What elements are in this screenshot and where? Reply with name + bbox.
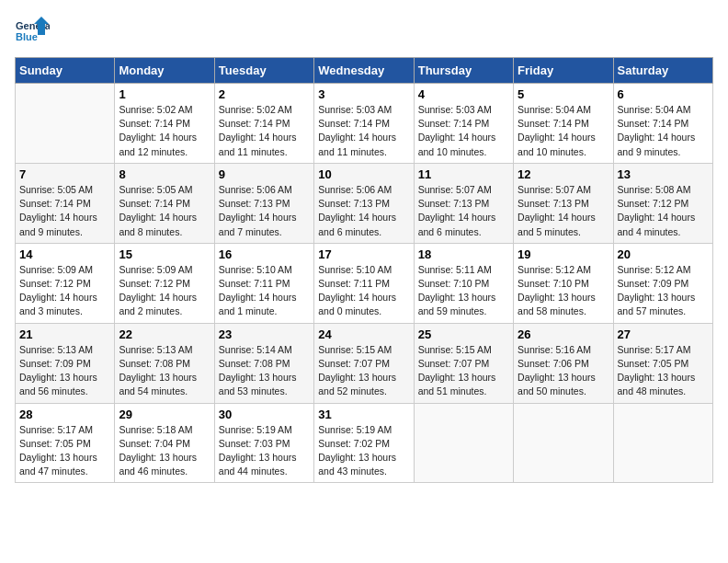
day-info: Sunrise: 5:09 AM Sunset: 7:12 PM Dayligh… — [119, 263, 210, 319]
calendar-cell: 9Sunrise: 5:06 AM Sunset: 7:13 PM Daylig… — [214, 163, 313, 243]
calendar-cell: 24Sunrise: 5:15 AM Sunset: 7:07 PM Dayli… — [314, 323, 414, 403]
calendar-cell: 30Sunrise: 5:19 AM Sunset: 7:03 PM Dayli… — [214, 403, 313, 483]
day-info: Sunrise: 5:12 AM Sunset: 7:09 PM Dayligh… — [618, 263, 709, 319]
day-number: 29 — [119, 408, 210, 421]
day-info: Sunrise: 5:17 AM Sunset: 7:05 PM Dayligh… — [618, 343, 709, 399]
day-info: Sunrise: 5:19 AM Sunset: 7:03 PM Dayligh… — [219, 423, 310, 479]
calendar-cell: 12Sunrise: 5:07 AM Sunset: 7:13 PM Dayli… — [514, 163, 613, 243]
day-info: Sunrise: 5:07 AM Sunset: 7:13 PM Dayligh… — [518, 183, 609, 239]
calendar-cell: 3Sunrise: 5:03 AM Sunset: 7:14 PM Daylig… — [314, 84, 414, 164]
day-info: Sunrise: 5:19 AM Sunset: 7:02 PM Dayligh… — [318, 423, 409, 479]
weekday-header-tuesday: Tuesday — [214, 58, 313, 84]
day-number: 9 — [219, 167, 310, 181]
calendar-cell: 1Sunrise: 5:02 AM Sunset: 7:14 PM Daylig… — [115, 84, 214, 164]
logo-svg: General Blue — [15, 15, 50, 50]
weekday-header-monday: Monday — [115, 58, 214, 84]
calendar-cell: 21Sunrise: 5:13 AM Sunset: 7:09 PM Dayli… — [16, 323, 115, 403]
day-info: Sunrise: 5:18 AM Sunset: 7:04 PM Dayligh… — [119, 423, 210, 479]
calendar-week-5: 28Sunrise: 5:17 AM Sunset: 7:05 PM Dayli… — [16, 403, 713, 483]
day-info: Sunrise: 5:02 AM Sunset: 7:14 PM Dayligh… — [119, 103, 210, 159]
calendar-cell: 8Sunrise: 5:05 AM Sunset: 7:14 PM Daylig… — [115, 163, 214, 243]
svg-text:Blue: Blue — [16, 31, 38, 42]
day-info: Sunrise: 5:04 AM Sunset: 7:14 PM Dayligh… — [518, 103, 609, 159]
day-number: 8 — [119, 167, 210, 181]
day-info: Sunrise: 5:15 AM Sunset: 7:07 PM Dayligh… — [418, 343, 509, 399]
day-info: Sunrise: 5:10 AM Sunset: 7:11 PM Dayligh… — [219, 263, 310, 319]
calendar-cell: 7Sunrise: 5:05 AM Sunset: 7:14 PM Daylig… — [16, 163, 115, 243]
calendar-cell: 4Sunrise: 5:03 AM Sunset: 7:14 PM Daylig… — [414, 84, 513, 164]
day-number: 25 — [418, 327, 509, 341]
day-info: Sunrise: 5:15 AM Sunset: 7:07 PM Dayligh… — [318, 343, 409, 399]
weekday-header-friday: Friday — [514, 58, 613, 84]
calendar-cell — [16, 84, 115, 164]
calendar-week-3: 14Sunrise: 5:09 AM Sunset: 7:12 PM Dayli… — [16, 243, 713, 323]
day-number: 10 — [318, 167, 409, 181]
day-number: 12 — [518, 167, 609, 181]
calendar-cell: 6Sunrise: 5:04 AM Sunset: 7:14 PM Daylig… — [613, 84, 712, 164]
day-info: Sunrise: 5:05 AM Sunset: 7:14 PM Dayligh… — [119, 183, 210, 239]
day-number: 3 — [318, 87, 409, 101]
day-number: 23 — [219, 327, 310, 341]
calendar-table: SundayMondayTuesdayWednesdayThursdayFrid… — [15, 57, 713, 483]
page-header: General Blue — [15, 15, 713, 50]
day-info: Sunrise: 5:17 AM Sunset: 7:05 PM Dayligh… — [19, 423, 110, 479]
day-number: 31 — [318, 408, 409, 421]
day-number: 16 — [219, 247, 310, 261]
day-info: Sunrise: 5:03 AM Sunset: 7:14 PM Dayligh… — [418, 103, 509, 159]
calendar-cell: 13Sunrise: 5:08 AM Sunset: 7:12 PM Dayli… — [613, 163, 712, 243]
day-number: 19 — [518, 247, 609, 261]
weekday-header-saturday: Saturday — [613, 58, 712, 84]
day-info: Sunrise: 5:09 AM Sunset: 7:12 PM Dayligh… — [19, 263, 110, 319]
logo: General Blue — [15, 15, 50, 50]
day-number: 2 — [219, 87, 310, 101]
weekday-header-row: SundayMondayTuesdayWednesdayThursdayFrid… — [16, 58, 713, 84]
day-info: Sunrise: 5:04 AM Sunset: 7:14 PM Dayligh… — [618, 103, 709, 159]
calendar-cell: 20Sunrise: 5:12 AM Sunset: 7:09 PM Dayli… — [613, 243, 712, 323]
day-info: Sunrise: 5:10 AM Sunset: 7:11 PM Dayligh… — [318, 263, 409, 319]
day-number: 1 — [119, 87, 210, 101]
calendar-cell: 17Sunrise: 5:10 AM Sunset: 7:11 PM Dayli… — [314, 243, 414, 323]
calendar-cell: 31Sunrise: 5:19 AM Sunset: 7:02 PM Dayli… — [314, 403, 414, 483]
calendar-cell: 10Sunrise: 5:06 AM Sunset: 7:13 PM Dayli… — [314, 163, 414, 243]
day-info: Sunrise: 5:13 AM Sunset: 7:09 PM Dayligh… — [19, 343, 110, 399]
day-number: 24 — [318, 327, 409, 341]
calendar-cell: 16Sunrise: 5:10 AM Sunset: 7:11 PM Dayli… — [214, 243, 313, 323]
day-number: 6 — [618, 87, 709, 101]
day-number: 28 — [19, 408, 110, 421]
day-number: 26 — [518, 327, 609, 341]
calendar-week-1: 1Sunrise: 5:02 AM Sunset: 7:14 PM Daylig… — [16, 84, 713, 164]
day-number: 30 — [219, 408, 310, 421]
day-number: 4 — [418, 87, 509, 101]
day-number: 11 — [418, 167, 509, 181]
calendar-week-4: 21Sunrise: 5:13 AM Sunset: 7:09 PM Dayli… — [16, 323, 713, 403]
day-info: Sunrise: 5:03 AM Sunset: 7:14 PM Dayligh… — [318, 103, 409, 159]
calendar-cell: 29Sunrise: 5:18 AM Sunset: 7:04 PM Dayli… — [115, 403, 214, 483]
day-info: Sunrise: 5:05 AM Sunset: 7:14 PM Dayligh… — [19, 183, 110, 239]
calendar-cell: 26Sunrise: 5:16 AM Sunset: 7:06 PM Dayli… — [514, 323, 613, 403]
calendar-cell: 25Sunrise: 5:15 AM Sunset: 7:07 PM Dayli… — [414, 323, 513, 403]
day-number: 7 — [19, 167, 110, 181]
calendar-cell: 14Sunrise: 5:09 AM Sunset: 7:12 PM Dayli… — [16, 243, 115, 323]
day-number: 13 — [618, 167, 709, 181]
day-info: Sunrise: 5:06 AM Sunset: 7:13 PM Dayligh… — [219, 183, 310, 239]
day-info: Sunrise: 5:06 AM Sunset: 7:13 PM Dayligh… — [318, 183, 409, 239]
calendar-cell: 11Sunrise: 5:07 AM Sunset: 7:13 PM Dayli… — [414, 163, 513, 243]
day-number: 14 — [19, 247, 110, 261]
day-number: 27 — [618, 327, 709, 341]
day-info: Sunrise: 5:16 AM Sunset: 7:06 PM Dayligh… — [518, 343, 609, 399]
calendar-cell: 22Sunrise: 5:13 AM Sunset: 7:08 PM Dayli… — [115, 323, 214, 403]
calendar-week-2: 7Sunrise: 5:05 AM Sunset: 7:14 PM Daylig… — [16, 163, 713, 243]
day-info: Sunrise: 5:11 AM Sunset: 7:10 PM Dayligh… — [418, 263, 509, 319]
day-info: Sunrise: 5:12 AM Sunset: 7:10 PM Dayligh… — [518, 263, 609, 319]
day-number: 17 — [318, 247, 409, 261]
day-number: 22 — [119, 327, 210, 341]
weekday-header-thursday: Thursday — [414, 58, 513, 84]
day-number: 18 — [418, 247, 509, 261]
calendar-cell: 28Sunrise: 5:17 AM Sunset: 7:05 PM Dayli… — [16, 403, 115, 483]
day-number: 21 — [19, 327, 110, 341]
day-info: Sunrise: 5:13 AM Sunset: 7:08 PM Dayligh… — [119, 343, 210, 399]
calendar-cell: 18Sunrise: 5:11 AM Sunset: 7:10 PM Dayli… — [414, 243, 513, 323]
weekday-header-sunday: Sunday — [16, 58, 115, 84]
day-info: Sunrise: 5:14 AM Sunset: 7:08 PM Dayligh… — [219, 343, 310, 399]
day-info: Sunrise: 5:02 AM Sunset: 7:14 PM Dayligh… — [219, 103, 310, 159]
